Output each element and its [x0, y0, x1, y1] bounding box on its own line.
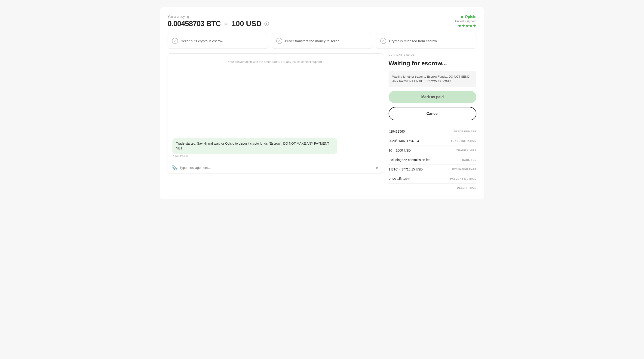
steps-row: ✓ Seller puts crypto in escrow ✓ Buyer t… — [168, 33, 476, 49]
buying-label: You are buying — [168, 15, 269, 18]
page-wrapper: You are buying 0.00458703 BTC for 100 US… — [160, 7, 484, 199]
description-key: DESCRIPTION — [457, 186, 476, 189]
seller-info: Oplsio United Kingdom ★★★★★ — [455, 15, 477, 28]
status-section: CURRENT STATUS Waiting for escrow... Wai… — [388, 53, 476, 120]
trade-limits-key: TRADE LIMITS — [456, 149, 476, 152]
step-text-3: Crypto is released from escrow — [389, 38, 437, 43]
trade-number-value: #29432560 — [388, 130, 405, 133]
info-icon[interactable]: ℹ — [264, 21, 269, 26]
seller-name-row: Oplsio — [455, 15, 477, 19]
chat-messages: Trade started. Say Hi and wait for Oplsi… — [168, 68, 383, 154]
status-title: Waiting for escrow... — [388, 60, 476, 67]
chat-bubble: Trade started. Say Hi and wait for Oplsi… — [172, 138, 337, 154]
buying-section: You are buying 0.00458703 BTC for 100 US… — [168, 15, 269, 28]
payment-method-key: PAYMENT METHOD — [450, 177, 476, 180]
main-area: Your conversation with the other trader.… — [168, 53, 476, 192]
top-bar: You are buying 0.00458703 BTC for 100 US… — [168, 15, 476, 28]
trade-fee-value: Including 0% commission fee. — [388, 158, 431, 162]
current-status-label: CURRENT STATUS — [388, 53, 476, 56]
trade-row-limits: 10 – 1000 USD TRADE LIMITS — [388, 146, 476, 155]
trade-row-exchange: 1 BTC = 37715.15 USD EXCHANGE RATE — [388, 165, 476, 174]
status-warning: Waiting for other trader to Escrow Funds… — [388, 71, 476, 87]
usd-amount: 100 USD — [232, 19, 262, 28]
for-text: for — [224, 21, 229, 26]
step-text-1: Seller puts crypto in escrow — [181, 38, 223, 43]
step-check-3: ✓ — [380, 38, 386, 44]
cancel-button[interactable]: Cancel — [388, 107, 476, 120]
chat-input-row: 📎 ➤ — [168, 162, 383, 173]
trade-row-initiation: 2020/01/06, 17:37:24 TRADE INITIATION — [388, 136, 476, 146]
seller-country: United Kingdom — [455, 19, 477, 23]
trade-initiation-value: 2020/01/06, 17:37:24 — [388, 139, 419, 143]
step-text-2: Buyer transfers the money to seller — [285, 38, 339, 43]
step-check-1: ✓ — [172, 38, 178, 44]
chat-info-text: Your conversation with the other trader.… — [168, 54, 383, 68]
buying-amount: 0.00458703 BTC for 100 USD ℹ — [168, 19, 269, 28]
attach-icon[interactable]: 📎 — [172, 165, 177, 170]
trade-row-number: #29432560 TRADE NUMBER — [388, 127, 476, 136]
mark-paid-button[interactable]: Mark as paid — [388, 91, 476, 103]
trade-details: #29432560 TRADE NUMBER 2020/01/06, 17:37… — [388, 127, 476, 192]
chat-timestamp: 2 minutes ago — [168, 155, 383, 157]
seller-name[interactable]: Oplsio — [465, 15, 476, 19]
seller-online-dot — [461, 16, 463, 18]
trade-fee-key: TRADE FEE — [460, 158, 476, 161]
description-row: DESCRIPTION — [388, 184, 476, 192]
exchange-rate-value: 1 BTC = 37715.15 USD — [388, 167, 422, 171]
step-card-2: ✓ Buyer transfers the money to seller — [272, 33, 372, 49]
trade-row-fee: Including 0% commission fee. TRADE FEE — [388, 155, 476, 165]
trade-initiation-key: TRADE INITIATION — [451, 140, 476, 142]
step-card-3: ✓ Crypto is released from escrow — [376, 33, 476, 49]
payment-method-value: VISA Gift Card — [388, 177, 410, 181]
seller-stars: ★★★★★ — [455, 23, 477, 28]
right-panel: CURRENT STATUS Waiting for escrow... Wai… — [388, 53, 476, 192]
trade-limits-value: 10 – 1000 USD — [388, 149, 411, 152]
chat-input[interactable] — [180, 166, 373, 170]
btc-amount: 0.00458703 BTC — [168, 19, 221, 28]
trade-row-payment: VISA Gift Card PAYMENT METHOD — [388, 174, 476, 184]
step-card-1: ✓ Seller puts crypto in escrow — [168, 33, 268, 49]
trade-number-key: TRADE NUMBER — [454, 130, 476, 133]
chat-area: Your conversation with the other trader.… — [168, 53, 383, 173]
send-icon[interactable]: ➤ — [375, 165, 379, 170]
step-check-2: ✓ — [276, 38, 282, 44]
exchange-rate-key: EXCHANGE RATE — [452, 168, 476, 171]
